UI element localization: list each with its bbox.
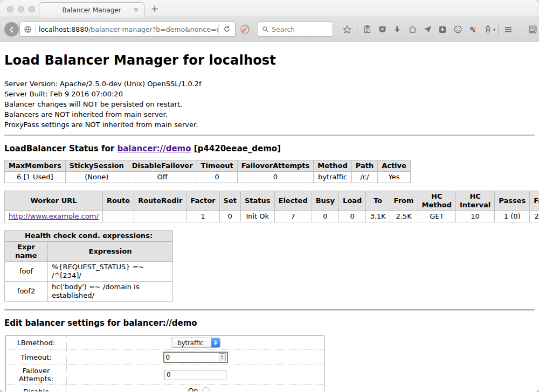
toolbar-divider	[357, 23, 357, 36]
section-divider	[4, 309, 535, 311]
lbmethod-row: LBmethod: bytraffic	[6, 336, 324, 350]
server-built-line: Server Built: Feb 9 2016 07:00:20	[4, 89, 535, 99]
tab-balancer-manager[interactable]: Balancer Manager ×	[39, 2, 144, 17]
timeout-label: Timeout:	[6, 350, 67, 365]
timeout-row: Timeout:	[6, 350, 324, 365]
inherit-note-line: Balancers are NOT inherited from main se…	[4, 109, 535, 120]
disable-failover-on-radio[interactable]	[202, 387, 210, 392]
table-row: http://www.example.com/ 1 0 Init Ok 7 0 …	[5, 211, 539, 222]
home-icon[interactable]	[405, 22, 420, 37]
zoom-window-button[interactable]	[29, 6, 35, 12]
browser-window: Balancer Manager × + localhost:8880/bala…	[0, 0, 539, 392]
smiley-icon[interactable]	[450, 22, 465, 37]
timeout-input-wrap	[163, 352, 228, 363]
navigation-toolbar: localhost:8880/balancer-manager?b=demo&n…	[0, 17, 539, 41]
url-bar[interactable]: localhost:8880/balancer-manager?b=demo&n…	[19, 22, 236, 37]
content-blocked-icon[interactable]	[240, 24, 250, 34]
number-spinner-icon[interactable]	[219, 353, 226, 361]
worker-url-link[interactable]: http://www.example.com/	[9, 212, 99, 220]
pocket-icon[interactable]	[375, 22, 390, 37]
table-row: foof2 hc('body') =~ /domain is establish…	[5, 282, 173, 302]
color-dots-extension-icon[interactable]	[465, 22, 480, 37]
balancer-demo-link[interactable]: balancer://demo	[117, 144, 191, 153]
bookmark-star-icon[interactable]	[340, 22, 355, 37]
balancer-status-table: MaxMembers StickySession DisableFailover…	[4, 160, 411, 183]
save-square-icon[interactable]	[435, 22, 450, 37]
menu-hamburger-icon[interactable]	[501, 22, 516, 37]
health-check-table: Health check cond. expressions: Expr nam…	[4, 230, 173, 302]
window-controls[interactable]	[7, 6, 35, 12]
page-title: Load Balancer Manager for localhost	[4, 41, 535, 68]
radio-on-label: On	[188, 387, 198, 391]
close-window-button[interactable]	[7, 6, 13, 12]
section-divider	[4, 135, 535, 136]
balancer-settings-form: LBmethod: bytraffic Timeout:	[5, 335, 324, 391]
table-header-row: Expr name Expression	[5, 242, 173, 262]
server-info: Server Version: Apache/2.5.0-dev (Unix) …	[4, 79, 535, 130]
globe-icon	[20, 25, 35, 33]
search-bar[interactable]: Search	[258, 22, 333, 37]
lbmethod-selected-value: bytraffic	[178, 339, 208, 347]
new-tab-button[interactable]: +	[151, 4, 158, 13]
server-version-line: Server Version: Apache/2.5.0-dev (Unix) …	[4, 79, 535, 89]
disable-failover-row: Disable Failover: On Off	[6, 385, 324, 392]
chevron-down-icon[interactable]: ▾	[493, 27, 496, 32]
url-divider	[35, 24, 36, 34]
table-header-row: MaxMembers StickySession DisableFailover…	[5, 160, 411, 172]
disable-failover-label: Disable Failover:	[6, 385, 67, 392]
edit-balancer-heading: Edit balancer settings for balancer://de…	[4, 318, 535, 328]
reload-button[interactable]	[219, 25, 235, 33]
tab-title: Balancer Manager	[62, 6, 121, 14]
table-row: foof %{REQUEST_STATUS} =~ /^[234]/	[5, 262, 173, 282]
select-stepper-icon	[211, 338, 220, 347]
table-row: 6 [1 Used] (None) Off 0 0 bytraffic /c/ …	[5, 172, 411, 183]
lbmethod-label: LBmethod:	[6, 336, 67, 350]
persist-note-line: Balancer changes will NOT be persisted o…	[4, 99, 535, 109]
timeout-input[interactable]	[164, 354, 218, 361]
failover-attempts-row: Failover Attempts:	[6, 365, 324, 385]
proxypass-note-line: ProxyPass settings are NOT inherited fro…	[4, 120, 535, 130]
send-plane-icon[interactable]	[420, 22, 435, 37]
toolbar-divider	[498, 23, 499, 36]
bookmarks-clipboard-icon[interactable]	[360, 22, 375, 37]
download-icon[interactable]	[390, 22, 405, 37]
title-bar: Balancer Manager × +	[0, 0, 539, 17]
loadbalancer-status-heading: LoadBalancer Status for balancer://demo …	[4, 144, 535, 153]
worker-status-table: Worker URL Route RouteRedir Factor Set S…	[4, 191, 539, 222]
lbmethod-select[interactable]: bytraffic	[171, 338, 220, 348]
table-header-row: Worker URL Route RouteRedir Factor Set S…	[5, 191, 539, 211]
url-text[interactable]: localhost:8880/balancer-manager?b=demo&n…	[39, 25, 218, 33]
failover-attempts-label: Failover Attempts:	[6, 365, 67, 385]
extension-grid-icon[interactable]	[526, 22, 539, 37]
search-placeholder: Search	[272, 25, 295, 33]
toolbar-icons: ▾	[340, 17, 539, 41]
minimize-window-button[interactable]	[18, 6, 24, 12]
back-arrow-icon	[8, 26, 16, 33]
tab-close-icon[interactable]: ×	[133, 6, 139, 13]
back-button[interactable]	[4, 22, 19, 37]
table-title-row: Health check cond. expressions:	[5, 230, 173, 242]
search-icon	[262, 26, 269, 33]
page-content: Load Balancer Manager for localhost Serv…	[0, 41, 539, 391]
failover-attempts-input[interactable]	[164, 370, 226, 380]
